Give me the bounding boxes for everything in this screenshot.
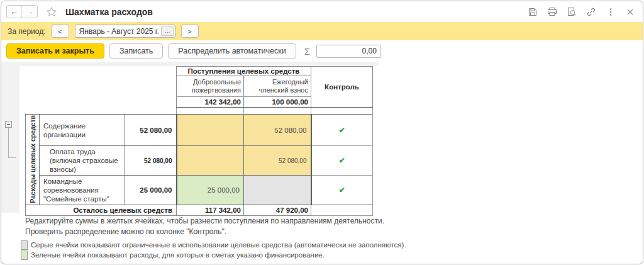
table-corner bbox=[26, 67, 177, 115]
save-and-close-button[interactable]: Записать и закрыть bbox=[6, 43, 104, 59]
legend-green-row: Зеленые ячейки показывают расходы, для к… bbox=[21, 250, 406, 260]
gap-cell bbox=[244, 108, 311, 115]
grouping-gutter bbox=[1, 62, 19, 213]
back-arrow-icon: ← bbox=[10, 7, 18, 16]
column-header-membership: Ежегодный членский взнос bbox=[244, 76, 311, 97]
expense-amount-cell: 52 080,00 bbox=[125, 146, 177, 176]
expense-name-cell: Командные соревновования "Семейные старт… bbox=[40, 176, 125, 205]
preview-icon bbox=[567, 7, 577, 17]
legend-green-text: Зеленые ячейки показывают расходы, для к… bbox=[31, 251, 325, 259]
remaining-donations-cell: 117 342,00 bbox=[177, 205, 244, 216]
legend-gray-text: Серые ячейки показывают ограниченные в и… bbox=[31, 241, 406, 249]
crosstab-table: Поступления целевых средств Контроль Доб… bbox=[25, 66, 373, 216]
period-bar: За период: < ... > bbox=[1, 22, 643, 40]
editable-membership-cell[interactable]: 52 080,00 bbox=[244, 146, 311, 176]
kebab-menu-icon bbox=[606, 7, 616, 17]
page-title: Шахматка расходов bbox=[65, 7, 153, 17]
link-button[interactable] bbox=[585, 6, 597, 18]
sigma-icon: Σ bbox=[304, 46, 310, 57]
hint-line-2: Проверить распределение можно по колонке… bbox=[25, 227, 384, 237]
table-row: Расходы целевых средств Содержание орган… bbox=[26, 115, 373, 146]
group-bracket-tick bbox=[8, 157, 16, 158]
period-picker-button[interactable]: ... bbox=[161, 26, 174, 36]
column-total-membership: 100 000,00 bbox=[244, 97, 311, 108]
financed-donations-cell: 25 000,00 bbox=[177, 176, 244, 205]
expenses-group-label: Расходы целевых средств bbox=[26, 115, 40, 205]
period-next-button[interactable]: > bbox=[181, 25, 199, 38]
footer-row: Осталось целевых средств 117 342,00 47 9… bbox=[26, 205, 373, 216]
green-swatch-icon bbox=[21, 251, 28, 260]
print-button[interactable] bbox=[546, 6, 558, 18]
period-prev-button[interactable]: < bbox=[52, 25, 69, 38]
remaining-membership-cell: 47 920,00 bbox=[244, 205, 311, 216]
expense-amount-cell: 25 000,00 bbox=[125, 176, 177, 205]
expense-amount-cell: 52 080,00 bbox=[125, 115, 177, 146]
legend-gray-row: Серые ячейки показывают ограниченные в и… bbox=[21, 240, 406, 250]
auto-distribute-button[interactable]: Распределить автоматически bbox=[168, 43, 296, 59]
period-label: За период: bbox=[8, 27, 46, 36]
save-button[interactable] bbox=[526, 6, 539, 18]
gap-cell bbox=[177, 108, 244, 115]
check-icon: ✔ bbox=[339, 156, 345, 165]
spreadsheet-area: Поступления целевых средств Контроль Доб… bbox=[1, 62, 643, 261]
forward-button[interactable]: → bbox=[22, 6, 37, 18]
favorite-button[interactable] bbox=[46, 6, 57, 18]
preview-button[interactable] bbox=[565, 6, 578, 18]
minus-icon bbox=[7, 124, 10, 125]
table-row: Оплата труда (включая страховые взносы) … bbox=[26, 146, 373, 176]
printer-icon bbox=[547, 7, 557, 17]
check-icon: ✔ bbox=[339, 186, 345, 195]
expense-name-cell: Содержание организации bbox=[40, 115, 125, 146]
back-button[interactable]: ← bbox=[7, 6, 22, 18]
total-amount-input[interactable] bbox=[316, 45, 381, 58]
chevron-right-icon: > bbox=[187, 28, 191, 35]
floppy-icon bbox=[528, 7, 538, 17]
editable-donations-cell[interactable] bbox=[177, 146, 244, 176]
app-window: ← → Шахматка расходов bbox=[1, 1, 643, 264]
close-button[interactable] bbox=[624, 6, 636, 18]
hint-text-block: Редактируйте суммы в желтых ячейках, что… bbox=[25, 216, 384, 237]
income-group-header: Поступления целевых средств bbox=[177, 67, 311, 76]
hint-line-1: Редактируйте суммы в желтых ячейках, что… bbox=[25, 216, 384, 227]
gray-swatch-icon bbox=[21, 240, 28, 250]
editable-donations-cell[interactable] bbox=[177, 115, 244, 146]
forward-arrow-icon: → bbox=[26, 7, 34, 16]
period-input[interactable] bbox=[75, 25, 175, 38]
more-menu-button[interactable] bbox=[604, 6, 617, 18]
footer-control-cell bbox=[311, 205, 373, 216]
column-total-donations: 142 342,00 bbox=[177, 97, 244, 108]
column-header-donations: Добровольные пожертвования bbox=[177, 76, 244, 97]
collapse-group-button[interactable] bbox=[5, 121, 12, 128]
remaining-funds-label: Осталось целевых средств bbox=[26, 205, 177, 216]
restricted-membership-cell bbox=[244, 176, 311, 205]
control-check-cell: ✔ bbox=[311, 115, 373, 146]
ellipsis-icon: ... bbox=[165, 27, 170, 34]
control-column-header: Контроль bbox=[311, 67, 373, 108]
group-bracket-line bbox=[8, 128, 9, 157]
save-record-button[interactable]: Записать bbox=[109, 43, 163, 59]
nav-button-group: ← → bbox=[6, 5, 38, 18]
check-icon: ✔ bbox=[339, 126, 345, 135]
sheet-top-margin bbox=[1, 62, 379, 66]
legend-block: Серые ячейки показывают ограниченные в и… bbox=[21, 240, 406, 260]
expense-name-cell: Оплата труда (включая страховые взносы) bbox=[40, 146, 125, 176]
title-bar: ← → Шахматка расходов bbox=[1, 1, 643, 22]
close-icon bbox=[625, 7, 635, 17]
link-icon bbox=[586, 7, 596, 17]
command-bar: Записать и закрыть Записать Распределить… bbox=[1, 40, 643, 62]
table-row: Командные соревновования "Семейные старт… bbox=[26, 176, 373, 205]
star-icon bbox=[46, 6, 57, 18]
editable-membership-cell[interactable]: 52 080,00 bbox=[244, 115, 311, 146]
control-check-cell: ✔ bbox=[311, 146, 373, 176]
chevron-left-icon: < bbox=[58, 28, 62, 35]
gap-cell bbox=[311, 108, 373, 115]
control-check-cell: ✔ bbox=[311, 176, 373, 205]
